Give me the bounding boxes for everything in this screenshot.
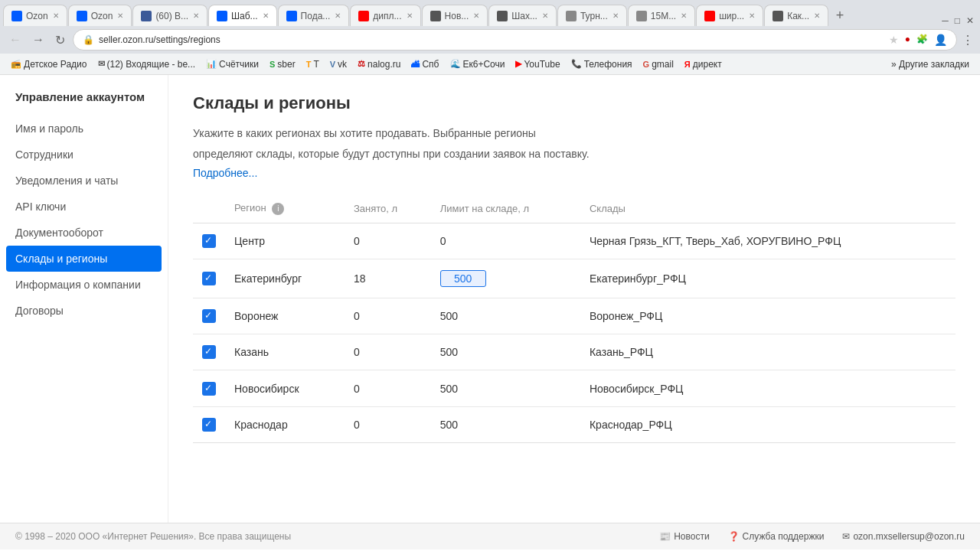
footer-news[interactable]: 📰 Новости bbox=[659, 531, 709, 542]
sidebar-item-1[interactable]: Сотрудники bbox=[0, 142, 168, 168]
email-icon: ✉ bbox=[842, 531, 850, 542]
sidebar-item-6[interactable]: Информация о компании bbox=[0, 272, 168, 298]
close-button[interactable]: ✕ bbox=[966, 15, 974, 26]
browser-tab-3[interactable]: Шаб...✕ bbox=[208, 5, 277, 26]
bookmark-item-1[interactable]: ✉(12) Входящие - be... bbox=[93, 57, 201, 71]
browser-tab-5[interactable]: дипл...✕ bbox=[350, 5, 420, 26]
opera-icon[interactable]: ● bbox=[905, 34, 910, 46]
table-row: Казань 0 500 Казань_РФЦ bbox=[193, 334, 956, 370]
main-content: Склады и регионы Укажите в каких региона… bbox=[168, 75, 980, 523]
browser-tab-8[interactable]: Турн...✕ bbox=[557, 5, 627, 26]
browser-tab-9[interactable]: 15М...✕ bbox=[628, 5, 695, 26]
region-warehouses: Краснодар_РФЦ bbox=[580, 406, 956, 442]
back-button[interactable]: ← bbox=[6, 31, 24, 48]
region-occupied: 0 bbox=[345, 298, 431, 334]
sidebar-item-3[interactable]: API ключи bbox=[0, 194, 168, 220]
region-checkbox-2[interactable] bbox=[202, 309, 216, 323]
region-name: Казань bbox=[225, 334, 345, 370]
bookmark-item-12[interactable]: Ядирект bbox=[680, 57, 727, 71]
region-occupied: 0 bbox=[345, 370, 431, 406]
region-warehouses: Воронеж_РФЦ bbox=[580, 298, 956, 334]
region-limit[interactable]: 0 bbox=[431, 223, 580, 259]
new-tab-button[interactable]: + bbox=[829, 5, 851, 26]
description-line1: Укажите в каких регионах вы хотите прода… bbox=[193, 126, 956, 142]
more-bookmarks-button[interactable]: » Другие закладки bbox=[887, 57, 974, 71]
browser-tab-6[interactable]: Нов...✕ bbox=[422, 5, 488, 26]
region-occupied: 18 bbox=[345, 259, 431, 298]
page-title: Склады и регионы bbox=[193, 93, 956, 113]
news-icon: 📰 bbox=[659, 531, 671, 542]
sidebar-item-7[interactable]: Договоры bbox=[0, 298, 168, 324]
region-limit[interactable]: 500 bbox=[431, 370, 580, 406]
maximize-button[interactable]: □ bbox=[955, 15, 960, 26]
region-occupied: 0 bbox=[345, 406, 431, 442]
region-checkbox-0[interactable] bbox=[202, 234, 216, 248]
bookmark-item-3[interactable]: Ssber bbox=[265, 57, 300, 71]
footer-support[interactable]: ❓ Служба поддержки bbox=[728, 531, 825, 542]
sidebar-item-5[interactable]: Склады и регионы bbox=[6, 246, 162, 272]
bookmark-item-10[interactable]: 📞Телефония bbox=[567, 57, 637, 71]
region-limit[interactable]: 500 bbox=[431, 298, 580, 334]
col-warehouses: Склады bbox=[580, 194, 956, 223]
sidebar-item-2[interactable]: Уведомления и чаты bbox=[0, 168, 168, 194]
col-checkbox bbox=[193, 194, 225, 223]
footer-copyright: © 1998 – 2020 ООО «Интернет Решения». Вс… bbox=[15, 531, 291, 542]
sidebar-item-0[interactable]: Имя и пароль bbox=[0, 116, 168, 142]
browser-tab-7[interactable]: Шах...✕ bbox=[488, 5, 557, 26]
region-name: Воронеж bbox=[225, 298, 345, 334]
bookmark-item-4[interactable]: TТ bbox=[302, 57, 324, 71]
sidebar-title: Управление аккаунтом bbox=[0, 90, 168, 116]
browser-tab-4[interactable]: Пода...✕ bbox=[278, 5, 350, 26]
table-row: Новосибирск 0 500 Новосибирск_РФЦ bbox=[193, 370, 956, 406]
region-warehouses: Екатеринбург_РФЦ bbox=[580, 259, 956, 298]
bookmark-item-6[interactable]: ⚖nalog.ru bbox=[353, 57, 405, 71]
minimize-button[interactable]: ─ bbox=[942, 15, 949, 26]
bookmark-item-11[interactable]: Ggmail bbox=[639, 57, 678, 71]
bookmark-item-5[interactable]: Vvk bbox=[325, 57, 351, 71]
region-warehouses: Казань_РФЦ bbox=[580, 334, 956, 370]
bookmark-item-7[interactable]: 🏙Спб bbox=[407, 57, 443, 71]
forward-button[interactable]: → bbox=[29, 31, 47, 48]
browser-tab-1[interactable]: Ozon✕ bbox=[68, 5, 132, 26]
bookmark-item-0[interactable]: 📻Детское Радио bbox=[6, 57, 92, 71]
col-region: Регион i bbox=[225, 194, 345, 223]
region-warehouses: Новосибирск_РФЦ bbox=[580, 370, 956, 406]
region-checkbox-1[interactable] bbox=[202, 272, 216, 285]
region-limit[interactable]: 500 bbox=[431, 334, 580, 370]
sidebar: Управление аккаунтом Имя и парольСотрудн… bbox=[0, 75, 168, 523]
region-checkbox-3[interactable] bbox=[202, 345, 216, 359]
footer-email[interactable]: ✉ ozon.mxsellersup@ozon.ru bbox=[842, 531, 965, 542]
bookmarks-bar: 📻Детское Радио✉(12) Входящие - be...📊Счё… bbox=[0, 54, 980, 75]
bookmark-star-icon[interactable]: ★ bbox=[889, 34, 899, 46]
region-limit[interactable]: 500 bbox=[431, 406, 580, 442]
table-row: Воронеж 0 500 Воронеж_РФЦ bbox=[193, 298, 956, 334]
limit-input[interactable] bbox=[440, 270, 486, 287]
col-limit: Лимит на складе, л bbox=[431, 194, 580, 223]
region-checkbox-4[interactable] bbox=[202, 382, 216, 396]
bookmark-item-9[interactable]: ▶YouTube bbox=[511, 57, 564, 71]
support-icon: ❓ bbox=[728, 531, 740, 542]
browser-tab-2[interactable]: (60) В...✕ bbox=[132, 5, 207, 26]
reload-button[interactable]: ↻ bbox=[52, 31, 68, 49]
browser-tab-0[interactable]: Ozon✕ bbox=[3, 5, 67, 26]
browser-tab-10[interactable]: шир...✕ bbox=[696, 5, 763, 26]
extension-icon[interactable]: 🧩 bbox=[916, 34, 928, 46]
address-url[interactable]: seller.ozon.ru/settings/regions bbox=[99, 34, 889, 45]
table-row: Центр 0 0 Черная Грязь_КГТ, Тверь_Хаб, Х… bbox=[193, 223, 956, 259]
sidebar-item-4[interactable]: Документооборот bbox=[0, 220, 168, 246]
region-name: Екатеринбург bbox=[225, 259, 345, 298]
regions-table: Регион i Занято, л Лимит на складе, л Ск… bbox=[193, 194, 956, 443]
region-checkbox-5[interactable] bbox=[202, 418, 216, 432]
region-warehouses: Черная Грязь_КГТ, Тверь_Хаб, ХОРУГВИНО_Р… bbox=[580, 223, 956, 259]
bookmark-item-8[interactable]: 🌊Ек6+Сочи bbox=[446, 57, 510, 71]
bookmark-item-2[interactable]: 📊Счётчики bbox=[201, 57, 263, 71]
region-name: Центр bbox=[225, 223, 345, 259]
region-limit[interactable] bbox=[431, 259, 580, 298]
menu-button[interactable]: ⋮ bbox=[962, 33, 974, 47]
browser-chrome: Ozon✕Ozon✕(60) В...✕Шаб...✕Пода...✕дипл.… bbox=[0, 0, 980, 75]
browser-tab-11[interactable]: Как...✕ bbox=[764, 5, 828, 26]
profile-icon[interactable]: 👤 bbox=[934, 34, 947, 46]
more-link[interactable]: Подробнее... bbox=[193, 167, 257, 179]
region-info-icon[interactable]: i bbox=[272, 203, 284, 215]
description-line2: определяют склады, которые будут доступн… bbox=[193, 146, 956, 162]
